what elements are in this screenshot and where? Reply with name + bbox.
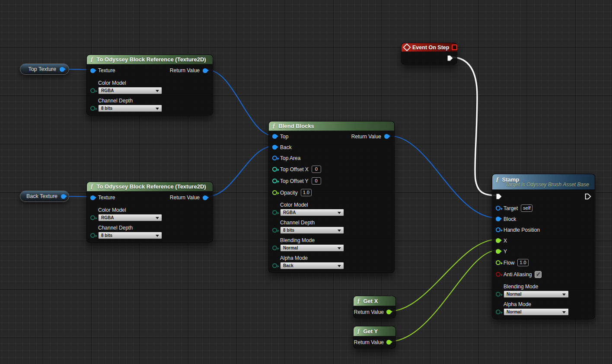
color-model-select[interactable]: RGBA (280, 209, 344, 216)
pin-top-area[interactable] (272, 156, 277, 160)
top-offset-x-value[interactable]: 0 (312, 166, 321, 173)
pin-y[interactable] (496, 249, 500, 254)
pin-return-value[interactable] (203, 68, 207, 73)
node-back-texture[interactable]: Back Texture (20, 191, 69, 202)
pin-blending-mode[interactable] (272, 246, 277, 250)
node-header[interactable]: ƒ Get Y (354, 326, 395, 336)
blueprint-graph-canvas[interactable]: Top Texture Back Texture ƒ To Odyssey Bl… (0, 0, 612, 364)
node-top-texture[interactable]: Top Texture (20, 64, 69, 75)
pin-target[interactable] (496, 206, 500, 211)
pin-channel-depth[interactable] (90, 106, 95, 111)
blending-mode-select[interactable]: Normal (504, 291, 569, 298)
function-icon: ƒ (357, 328, 360, 335)
pin-color-model[interactable] (90, 88, 95, 93)
node-blend-blocks[interactable]: ƒ Blend Blocks Top Return Value Back Top… (268, 121, 395, 273)
blending-mode-select[interactable]: Normal (280, 244, 344, 252)
pin-texture[interactable] (90, 68, 95, 73)
pin-anti-aliasing[interactable] (496, 272, 500, 277)
pin-top-texture-out[interactable] (60, 67, 64, 72)
pin-flow[interactable] (496, 260, 500, 265)
wire-gety-to-stamp-y[interactable] (389, 250, 497, 342)
pin-label-return-value: Return Value (354, 309, 384, 315)
pin-top-offset-y[interactable] (272, 179, 277, 183)
pin-return-value[interactable] (203, 195, 207, 200)
pin-label-return-value: Return Value (354, 339, 384, 345)
field-label-alpha-mode: Alpha Mode (280, 255, 344, 261)
anti-aliasing-checkbox[interactable]: ✓ (535, 271, 542, 278)
pin-color-model[interactable] (90, 215, 95, 220)
node-header[interactable]: Event On Step (402, 43, 457, 52)
wire-exec-event-to-stamp[interactable] (452, 57, 496, 195)
blending-mode-value: Normal (283, 246, 298, 250)
node-subtitle: Target is Odyssey Brush Asset Base (505, 182, 591, 188)
color-model-select[interactable]: RGBA (98, 87, 162, 94)
channel-depth-select[interactable]: 8 bits (98, 232, 162, 239)
color-model-value: RGBA (101, 215, 114, 220)
node-title: Get Y (363, 328, 378, 335)
opacity-value[interactable]: 1.0 (301, 189, 312, 196)
pin-channel-depth[interactable] (272, 228, 277, 233)
pin-opacity[interactable] (272, 190, 277, 195)
pin-alpha-mode[interactable] (496, 310, 500, 314)
flow-value[interactable]: 1.0 (517, 259, 528, 266)
pin-return-value[interactable] (384, 134, 389, 139)
field-label-blending-mode: Blending Mode (504, 284, 569, 290)
top-offset-y-value[interactable]: 0 (312, 177, 321, 185)
pin-label-back: Back (280, 144, 292, 150)
pin-x[interactable] (496, 238, 500, 243)
node-header[interactable]: ƒ Stamp Target is Odyssey Brush Asset Ba… (492, 174, 595, 190)
node-get-x[interactable]: ƒ Get X Return Value (353, 296, 396, 318)
node-title: To Odyssey Block Reference (Texture2D) (97, 56, 206, 63)
pin-texture[interactable] (90, 195, 95, 200)
pin-return-value[interactable] (386, 340, 391, 345)
delegate-pin[interactable] (452, 45, 457, 50)
color-model-select[interactable]: RGBA (98, 214, 162, 221)
pin-label-y: Y (504, 249, 507, 255)
pin-label-return-value: Return Value (351, 134, 381, 140)
pin-label-top: Top (280, 134, 288, 140)
pin-top[interactable] (272, 134, 277, 139)
target-value[interactable]: self (521, 204, 532, 212)
pin-channel-depth[interactable] (90, 233, 95, 238)
exec-pin-in[interactable] (496, 193, 502, 200)
wire-return-to-blend-top[interactable] (207, 70, 274, 136)
field-label-color-model: Color Model (98, 80, 162, 86)
pin-top-offset-x[interactable] (272, 167, 277, 172)
pin-label-opacity: Opacity (280, 190, 298, 196)
node-title: Blend Blocks (279, 123, 314, 129)
exec-pin-out[interactable] (447, 55, 453, 61)
wire-blend-return-to-stamp-block[interactable] (389, 136, 497, 218)
alpha-mode-select[interactable]: Back (280, 262, 344, 269)
pin-label-x: X (504, 238, 507, 244)
wire-return-to-blend-back[interactable] (207, 146, 274, 197)
channel-depth-value: 8 bits (101, 106, 112, 111)
exec-pin-out[interactable] (585, 193, 591, 200)
pin-block[interactable] (496, 217, 500, 221)
node-header[interactable]: ƒ Blend Blocks (269, 121, 394, 131)
channel-depth-value: 8 bits (283, 228, 294, 233)
pin-color-model[interactable] (272, 210, 277, 215)
channel-depth-select[interactable]: 8 bits (280, 227, 344, 234)
node-to-odyssey-block-reference-top[interactable]: ƒ To Odyssey Block Reference (Texture2D)… (86, 54, 213, 115)
pin-label-handle-position: Handle Position (504, 227, 540, 233)
node-header[interactable]: ƒ Get X (354, 296, 395, 306)
pin-back[interactable] (272, 145, 277, 150)
field-label-channel-depth: Channel Depth (98, 225, 162, 231)
field-label-color-model: Color Model (280, 202, 344, 208)
node-title: To Odyssey Block Reference (Texture2D) (97, 183, 206, 190)
event-icon (403, 43, 411, 51)
node-event-on-step[interactable]: Event On Step (401, 43, 457, 64)
pin-alpha-mode[interactable] (272, 263, 277, 268)
wire-getx-to-stamp-x[interactable] (389, 239, 497, 311)
pin-return-value[interactable] (386, 310, 391, 314)
node-stamp[interactable]: ƒ Stamp Target is Odyssey Brush Asset Ba… (492, 174, 595, 319)
node-header[interactable]: ƒ To Odyssey Block Reference (Texture2D) (87, 55, 213, 64)
alpha-mode-select[interactable]: Normal (504, 308, 569, 316)
pin-blending-mode[interactable] (496, 292, 500, 297)
node-get-y[interactable]: ƒ Get Y Return Value (353, 326, 396, 348)
pin-back-texture-out[interactable] (61, 194, 66, 199)
node-header[interactable]: ƒ To Odyssey Block Reference (Texture2D) (87, 182, 213, 192)
channel-depth-select[interactable]: 8 bits (98, 105, 162, 112)
pin-handle-position[interactable] (496, 227, 500, 232)
node-to-odyssey-block-reference-back[interactable]: ƒ To Odyssey Block Reference (Texture2D)… (86, 182, 213, 243)
